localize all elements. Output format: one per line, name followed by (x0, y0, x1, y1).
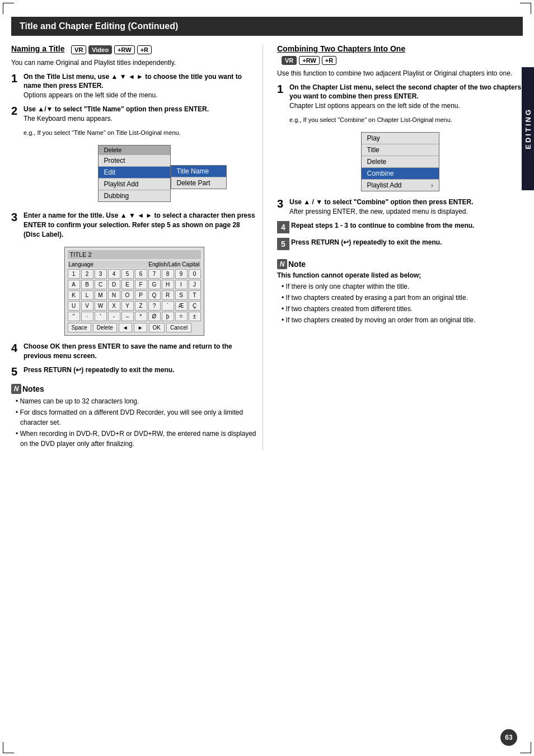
step-3-num: 3 (11, 212, 24, 223)
kb-key-O-stroke[interactable]: Ø (148, 312, 161, 321)
right-step-5: 5 Press RETURN (↩) repeatedly to exit th… (277, 238, 523, 250)
kb-key-middle-dot[interactable]: · (81, 312, 93, 321)
kb-key-B[interactable]: B (81, 280, 93, 289)
kb-key-quote[interactable]: " (68, 312, 80, 321)
sub-delete-part[interactable]: Delete Part (171, 177, 226, 189)
menu-playlist-add[interactable]: Playlist Add (99, 179, 170, 190)
badge-plusrw: +RW (114, 45, 135, 54)
combining-section-header: Combining Two Chapters Into One VR +RW +… (277, 44, 523, 65)
step-5-content: Press RETURN (↩) repeatedly to exit the … (24, 365, 174, 375)
kb-key-question[interactable]: ? (148, 301, 161, 311)
kb-key-M[interactable]: M (95, 290, 107, 300)
kb-key-2[interactable]: 2 (81, 269, 93, 279)
kb-key-7[interactable]: 7 (148, 269, 161, 279)
step-1-sub: Options appears on the left side of the … (24, 91, 257, 100)
kb-key-3[interactable]: 3 (95, 269, 107, 279)
kb-key-J[interactable]: J (189, 280, 201, 289)
kb-key-1[interactable]: 1 (68, 269, 80, 279)
kb-key-X[interactable]: X (108, 301, 120, 311)
kb-key-C[interactable]: C (95, 280, 107, 289)
step-2-content: Use ▲/▼ to select "Title Name" option th… (24, 105, 209, 124)
right-note-item-4: If two chapters created by moving an ord… (282, 315, 523, 325)
note-item-1: Names can be up to 32 characters long. (16, 396, 257, 406)
corner-tr (520, 3, 531, 14)
right-note-label: Note (288, 260, 306, 269)
step-1-text: On the Title List menu, use ▲ ▼ ◄ ► to c… (24, 73, 242, 90)
right-menu-combine[interactable]: Combine (362, 168, 439, 180)
step-5-text: Press RETURN (↩) repeatedly to exit the … (24, 366, 174, 374)
right-note-subheader: This function cannot operate listed as b… (277, 271, 523, 279)
kb-key-acute[interactable]: ´ (162, 301, 174, 311)
kb-key-P[interactable]: P (135, 290, 147, 300)
kb-key-I[interactable]: I (175, 280, 188, 289)
kb-ok[interactable]: OK (149, 323, 165, 332)
kb-key-Z[interactable]: Z (135, 301, 147, 311)
kb-key-W[interactable]: W (95, 301, 107, 311)
right-step-4-box: 4 (277, 221, 289, 233)
kb-key-9[interactable]: 9 (175, 269, 188, 279)
kb-key-N[interactable]: N (108, 290, 120, 300)
combining-intro: Use this function to combine two adjacen… (277, 68, 523, 78)
kb-key-A[interactable]: A (68, 280, 80, 289)
kb-key-endash[interactable]: – (121, 312, 134, 321)
kb-key-L[interactable]: L (81, 290, 93, 300)
kb-key-V[interactable]: V (81, 301, 93, 311)
menu-edit[interactable]: Edit (99, 167, 170, 179)
right-column: Combining Two Chapters Into One VR +RW +… (274, 44, 523, 450)
kb-key-C-cedilla[interactable]: Ç (189, 301, 201, 311)
kb-key-H[interactable]: H (162, 280, 174, 289)
right-note-item-3: If two chapters created from different t… (282, 304, 523, 314)
menu-protect[interactable]: Protect (99, 155, 170, 167)
kb-key-6[interactable]: 6 (135, 269, 147, 279)
right-menu-title[interactable]: Title (362, 144, 439, 156)
right-step-3: 3 Use ▲ / ▼ to select "Combine" option t… (277, 198, 523, 217)
corner-tl (3, 3, 14, 14)
kb-key-8[interactable]: 8 (162, 269, 174, 279)
kb-key-plusminus[interactable]: ± (189, 312, 201, 321)
naming-title-section: Naming a Title VR Video +RW +R (11, 44, 257, 54)
kb-key-R[interactable]: R (162, 290, 174, 300)
kb-key-G[interactable]: G (148, 280, 161, 289)
kb-key-O[interactable]: O (121, 290, 134, 300)
kb-key-5[interactable]: 5 (121, 269, 134, 279)
right-menu-play[interactable]: Play (362, 133, 439, 144)
kb-key-AE[interactable]: Æ (175, 301, 188, 311)
kb-key-Q[interactable]: Q (148, 290, 161, 300)
kb-delete[interactable]: Delete (93, 323, 117, 332)
right-menu-box: Play Title Delete Combine Playlist Add › (361, 132, 439, 191)
kb-left[interactable]: ◄ (119, 323, 132, 332)
kb-key-0[interactable]: 0 (189, 269, 201, 279)
kb-key-hyphen[interactable]: - (108, 312, 120, 321)
kb-key-equals[interactable]: = (175, 312, 188, 321)
right-menu-delete[interactable]: Delete (362, 156, 439, 168)
kb-key-apostrophe[interactable]: ' (95, 312, 107, 321)
kb-key-E[interactable]: E (121, 280, 134, 289)
kb-space[interactable]: Space (68, 323, 91, 332)
kb-key-asterisk[interactable]: * (135, 312, 147, 321)
right-step-1-num: 1 (277, 83, 289, 95)
kb-key-U[interactable]: U (68, 301, 80, 311)
kb-key-S[interactable]: S (175, 290, 188, 300)
keyboard-area: TITLE 2 Language English/Latin Capital 1… (11, 243, 257, 339)
kb-key-D[interactable]: D (108, 280, 120, 289)
kb-key-4[interactable]: 4 (108, 269, 120, 279)
step-4-content: Choose OK then press ENTER to save the n… (24, 342, 257, 361)
kb-key-T[interactable]: T (189, 290, 201, 300)
kb-key-Y[interactable]: Y (121, 301, 134, 311)
kb-cancel[interactable]: Cancel (166, 323, 191, 332)
right-note-header: N Note (277, 259, 523, 269)
kb-key-K[interactable]: K (68, 290, 80, 300)
right-menu-playlist-add[interactable]: Playlist Add › (362, 180, 439, 191)
right-note-item-2: If two chapters created by erasing a par… (282, 293, 523, 303)
step-4: 4 Choose OK then press ENTER to save the… (11, 342, 257, 361)
menu-delete-header: Delete (99, 145, 170, 155)
kb-right[interactable]: ► (134, 323, 147, 332)
step-1-content: On the Title List menu, use ▲ ▼ ◄ ► to c… (24, 72, 257, 100)
kb-row2: A B C D E F G H I J (68, 280, 201, 289)
page-container: EDITING 63 Title and Chapter Editing (Co… (0, 0, 534, 756)
left-menu-box: Delete Protect Edit Playlist Add Dubbing (98, 145, 171, 202)
kb-key-F[interactable]: F (135, 280, 147, 289)
sub-title-name[interactable]: Title Name (171, 166, 226, 177)
menu-dubbing[interactable]: Dubbing (99, 190, 170, 201)
kb-key-thorn[interactable]: þ (162, 312, 174, 321)
